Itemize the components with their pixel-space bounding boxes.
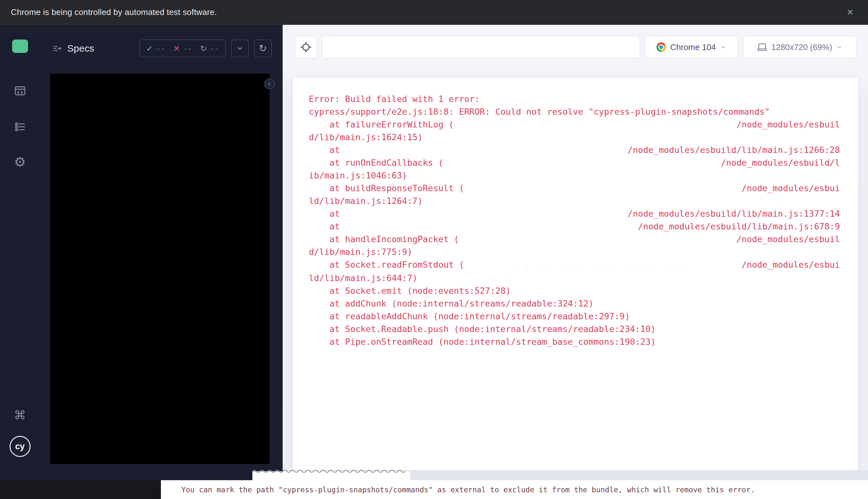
specs-title: Specs — [67, 43, 94, 54]
error-line: at /node_modules/esbuild/lib/main.js:678… — [309, 220, 840, 233]
viewport-label: 1280x720 (69%) — [771, 42, 832, 52]
restarted-count: -- — [210, 44, 219, 52]
sidebar-item-runs[interactable] — [10, 116, 30, 137]
error-line: d/lib/main.js:1624:15) — [309, 131, 840, 144]
redacted-gap — [345, 220, 638, 233]
squiggle-line — [252, 470, 405, 473]
browser-label: Chrome 104 — [670, 42, 716, 52]
error-line: at failureErrorWithLog (/node_modules/es… — [309, 118, 840, 131]
panel-collapse-toggle[interactable] — [264, 78, 275, 89]
redacted-gap — [454, 118, 736, 131]
error-line: at handleIncomingPacket (/node_modules/e… — [309, 233, 840, 246]
bottom-strip: You can mark the path "cypress-plugin-sn… — [0, 480, 868, 499]
redacted-gap — [345, 144, 628, 157]
sidebar-item-settings[interactable]: ⚙ — [10, 152, 30, 173]
error-line: at /node_modules/esbuild/lib/main.js:137… — [309, 207, 840, 220]
torn-edge-decoration — [252, 471, 411, 482]
command-icon: ⌘ — [14, 409, 26, 422]
error-line: at Socket.Readable.push (node:internal/s… — [309, 323, 840, 336]
error-line: at Pipe.onStreamRead (node:internal/stre… — [309, 336, 840, 348]
error-lines: Error: Build failed with 1 error:cypress… — [309, 93, 840, 348]
crosshair-icon — [300, 41, 311, 53]
stat-restarted: ↻ -- — [200, 44, 219, 52]
browser-dropdown[interactable]: Chrome 104 — [645, 36, 738, 58]
viewport-dropdown[interactable]: 1280x720 (69%) — [743, 36, 857, 58]
restart-icon: ↻ — [200, 45, 207, 52]
error-panel: Error: Build failed with 1 error:cypress… — [293, 78, 858, 470]
error-line: d/lib/main.js:775:9) — [309, 246, 840, 258]
checklist-icon — [14, 120, 26, 133]
stat-passed: ✓ -- — [146, 44, 165, 52]
close-icon: ✕ — [847, 7, 854, 17]
spec-stats: ✓ -- ✕ -- ↻ -- — [139, 39, 226, 57]
reporter-panel — [50, 74, 270, 464]
error-line: Error: Build failed with 1 error: — [309, 93, 840, 106]
error-note-bar: You can mark the path "cypress-plugin-sn… — [161, 480, 868, 499]
refresh-icon: ↻ — [259, 44, 267, 53]
stat-failed: ✕ -- — [173, 44, 192, 52]
cypress-logo[interactable] — [12, 39, 28, 53]
url-input[interactable] — [322, 36, 640, 58]
sidebar-item-specs[interactable] — [10, 80, 30, 101]
chrome-icon — [657, 42, 666, 52]
error-line: ld/lib/main.js:1264:7) — [309, 195, 840, 207]
switch-specs-icon — [52, 44, 62, 53]
refresh-specs-button[interactable]: ↻ — [254, 39, 272, 57]
main-area: Chrome 104 1280x720 (69%) Err — [283, 25, 868, 499]
redacted-gap — [464, 182, 742, 195]
avatar-label: cy — [15, 442, 25, 451]
error-note: You can mark the path "cypress-plugin-sn… — [181, 486, 755, 494]
url-bar — [322, 36, 640, 58]
failed-count: -- — [183, 44, 192, 52]
aut-toolbar: Chrome 104 1280x720 (69%) — [295, 36, 857, 58]
cross-icon: ✕ — [173, 45, 180, 52]
error-line: at /node_modules/esbuild/lib/main.js:126… — [309, 144, 840, 157]
chevron-down-icon — [836, 44, 843, 50]
infobar-text: Chrome is being controlled by automated … — [11, 7, 217, 17]
selector-playground-button[interactable] — [295, 36, 317, 58]
error-line: at Socket.readFromStdout (. , . . . . , … — [309, 258, 840, 272]
error-line: at runOnEndCallbacks (/node_modules/esbu… — [309, 157, 840, 169]
viewport-icon — [757, 42, 767, 52]
specs-header: Specs ✓ -- ✕ -- ↻ -- — [40, 25, 283, 57]
redacted-path: . , . . . . , . . . . . . . . . . — [464, 258, 742, 272]
chevron-down-icon — [720, 44, 726, 50]
chevron-left-icon — [267, 81, 272, 86]
error-line: ld/lib/main.js:644:7) — [309, 272, 840, 284]
bottom-dark-region — [0, 480, 161, 499]
automation-infobar: Chrome is being controlled by automated … — [0, 0, 868, 25]
error-line: at buildResponseToResult (/node_modules/… — [309, 182, 840, 195]
redacted-gap — [345, 207, 628, 220]
check-icon: ✓ — [146, 45, 153, 52]
error-line: at Socket.emit (node:events:527:28) — [309, 284, 840, 297]
specs-panel: Specs ✓ -- ✕ -- ↻ -- — [40, 25, 283, 499]
error-line: at readableAddChunk (node:internal/strea… — [309, 310, 840, 323]
screen: Chrome is being controlled by automated … — [0, 0, 868, 499]
sidebar: ⚙ ⌘ cy — [0, 25, 40, 499]
error-line: cypress/support/e2e.js:18:8: ERROR: Coul… — [309, 106, 840, 118]
chevron-down-icon — [236, 45, 244, 52]
collapse-stats-button[interactable] — [231, 39, 249, 57]
passed-count: -- — [156, 44, 165, 52]
redacted-gap — [443, 157, 721, 169]
error-line: at addChunk (node:internal/streams/reada… — [309, 297, 840, 310]
keyboard-shortcuts-button[interactable]: ⌘ — [11, 406, 29, 425]
infobar-close-button[interactable]: ✕ — [843, 5, 857, 20]
error-line: ib/main.js:1046:63) — [309, 169, 840, 182]
gear-icon: ⚙ — [14, 156, 26, 169]
browser-code-icon — [14, 84, 26, 97]
redacted-gap — [459, 233, 736, 246]
cypress-avatar[interactable]: cy — [10, 436, 30, 457]
